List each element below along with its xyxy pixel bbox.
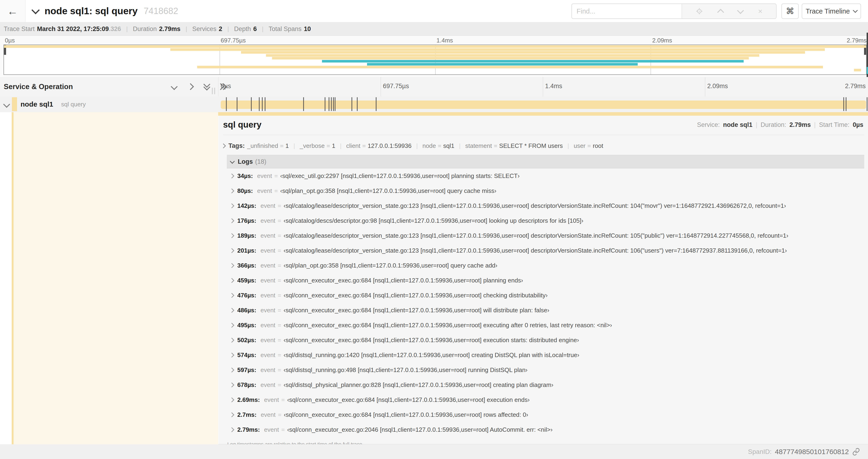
log-expand-chevron-right-icon[interactable]: [229, 427, 234, 432]
log-row[interactable]: 597µs:event=‹sql/distsql_running.go:498 …: [227, 362, 864, 378]
log-tick: [226, 97, 226, 111]
log-expand-chevron-right-icon[interactable]: [229, 293, 234, 298]
log-row[interactable]: 201µs:event=‹sql/catalog/lease/descripto…: [227, 243, 864, 258]
span-service-name[interactable]: node sql1: [21, 96, 53, 112]
log-row[interactable]: 80µs:event=‹sql/plan_opt.go:358 [nsql1,c…: [227, 183, 864, 198]
log-event-equals: =: [281, 426, 285, 433]
log-expand-chevron-right-icon[interactable]: [229, 173, 234, 178]
locate-icon[interactable]: [695, 7, 703, 15]
expand-one-chevron-right-icon[interactable]: [186, 83, 195, 91]
log-event-equals: =: [278, 277, 281, 284]
log-expand-chevron-right-icon[interactable]: [229, 233, 234, 238]
view-selector-chevron-down-icon: [853, 8, 858, 12]
log-row[interactable]: 189µs:event=‹sql/catalog/lease/descripto…: [227, 228, 864, 243]
minimap-span: [367, 63, 638, 66]
log-expand-chevron-right-icon[interactable]: [229, 397, 234, 402]
log-row[interactable]: 476µs:event=‹sql/conn_executor_exec.go:6…: [227, 288, 864, 303]
collapse-one-chevron-down-icon[interactable]: [170, 83, 178, 91]
tags-row[interactable]: Tags: _unfinished=1|_verbose=1|client=12…: [222, 139, 863, 153]
minimap-canvas[interactable]: [3, 44, 867, 75]
column-resizer-grip[interactable]: [212, 88, 215, 94]
log-expand-chevron-right-icon[interactable]: [229, 218, 234, 223]
log-expand-chevron-right-icon[interactable]: [229, 188, 234, 193]
collapse-all-double-chevron-down-icon[interactable]: [203, 83, 211, 91]
find-clear-icon[interactable]: ×: [758, 7, 763, 15]
trace-view-selector-button[interactable]: Trace Timeline: [802, 3, 861, 19]
log-timestamp: 201µs:: [237, 247, 256, 254]
log-row[interactable]: 574µs:event=‹sql/distsql_running.go:1420…: [227, 348, 864, 362]
log-event-key: event: [260, 381, 275, 389]
log-row[interactable]: 176µs:event=‹sql/catalog/descs/descripto…: [227, 213, 864, 228]
collapse-trace-chevron-down-icon[interactable]: [31, 6, 40, 14]
back-button[interactable]: ←: [0, 0, 25, 22]
log-expand-chevron-right-icon[interactable]: [229, 263, 234, 268]
log-row[interactable]: 142µs:event=‹sql/catalog/lease/descripto…: [227, 198, 864, 213]
log-expand-chevron-right-icon[interactable]: [229, 382, 234, 387]
tag-equals: =: [362, 142, 366, 149]
log-event-value: ‹sql/conn_executor_exec.go:684 [nsql1,cl…: [284, 411, 528, 418]
log-event-key: event: [260, 352, 275, 359]
log-timestamp: 502µs:: [237, 336, 256, 344]
log-event-equals: =: [278, 292, 281, 299]
log-event-equals: =: [281, 396, 285, 403]
log-expand-chevron-right-icon[interactable]: [229, 352, 234, 357]
log-event-value: ‹sql/exec_util.go:2297 [nsql1,client=127…: [280, 172, 520, 179]
span-bar-row[interactable]: [218, 96, 867, 112]
minimap-span: [272, 57, 749, 60]
find-input[interactable]: [572, 4, 682, 19]
logs-header[interactable]: Logs (18): [227, 155, 864, 168]
log-row[interactable]: 366µs:event=‹sql/plan_opt.go:358 [nsql1,…: [227, 258, 864, 273]
tag-key: user: [574, 142, 586, 149]
log-row[interactable]: 2.69ms:event=‹sql/conn_executor_exec.go:…: [227, 392, 864, 407]
log-row[interactable]: 495µs:event=‹sql/conn_executor_exec.go:6…: [227, 318, 864, 333]
log-timestamp: 486µs:: [237, 307, 256, 314]
back-arrow-icon: ←: [7, 5, 18, 18]
log-tick: [331, 97, 332, 111]
duration-label: Duration:: [761, 121, 786, 129]
summary-item-value: 6: [253, 25, 257, 32]
detail-row-accent-strip: [12, 112, 13, 444]
log-expand-chevron-right-icon[interactable]: [229, 203, 234, 208]
span-operation-name[interactable]: sql query: [61, 96, 86, 112]
log-expand-chevron-right-icon[interactable]: [229, 248, 234, 253]
log-expand-chevron-right-icon[interactable]: [229, 323, 234, 327]
find-prev-chevron-up-icon[interactable]: [717, 9, 724, 15]
log-row[interactable]: 486µs:event=‹sql/conn_executor_exec.go:6…: [227, 303, 864, 318]
tag-equals: =: [438, 142, 441, 149]
log-row[interactable]: 34µs:event=‹sql/exec_util.go:2297 [nsql1…: [227, 168, 864, 183]
log-expand-chevron-right-icon[interactable]: [229, 308, 234, 313]
log-row[interactable]: 502µs:event=‹sql/conn_executor_exec.go:6…: [227, 333, 864, 348]
log-event-equals: =: [278, 366, 281, 374]
log-event-value: ‹sql/conn_executor_exec.go:684 [nsql1,cl…: [283, 307, 549, 314]
view-button-label: Trace Timeline: [806, 7, 850, 15]
log-event-key: event: [260, 307, 275, 314]
span-duration-bar[interactable]: [221, 101, 866, 109]
log-event-key: event: [260, 217, 275, 224]
log-row[interactable]: 459µs:event=‹sql/conn_executor_exec.go:6…: [227, 273, 864, 288]
summary-item: Total Spans10: [269, 25, 311, 33]
log-row[interactable]: 2.79ms:event=‹sql/conn_executor_exec.go:…: [227, 422, 864, 437]
tag-value: 1: [332, 142, 335, 149]
log-timestamp: 366µs:: [237, 262, 256, 269]
log-row[interactable]: 2.7ms:event=‹sql/conn_executor_exec.go:6…: [227, 407, 864, 422]
find-next-chevron-down-icon[interactable]: [737, 7, 744, 14]
keyboard-shortcuts-button[interactable]: ⌘: [781, 3, 799, 19]
span-collapse-chevron-down-icon[interactable]: [3, 101, 10, 108]
timeline-ruler-label: 697.75µs: [380, 83, 409, 90]
log-event-key: event: [260, 322, 275, 329]
log-expand-chevron-right-icon[interactable]: [229, 367, 234, 372]
deep-link-icon[interactable]: [852, 448, 860, 456]
log-expand-chevron-right-icon[interactable]: [229, 337, 234, 342]
log-expand-chevron-right-icon[interactable]: [229, 278, 234, 283]
log-tick: [867, 97, 868, 111]
log-event-equals: =: [278, 217, 281, 224]
tags-expand-chevron-right-icon[interactable]: [221, 143, 226, 148]
log-event-key: event: [260, 232, 275, 239]
log-expand-chevron-right-icon[interactable]: [229, 412, 234, 417]
tag-key: _unfinished: [247, 142, 278, 149]
tag-key: statement: [465, 142, 492, 149]
tag-item: statement=SELECT * FROM users: [465, 142, 563, 150]
logs-collapse-chevron-down-icon[interactable]: [230, 159, 235, 163]
log-row[interactable]: 678µs:event=‹sql/distsql_physical_planne…: [227, 378, 864, 392]
log-event-key: event: [260, 336, 275, 344]
